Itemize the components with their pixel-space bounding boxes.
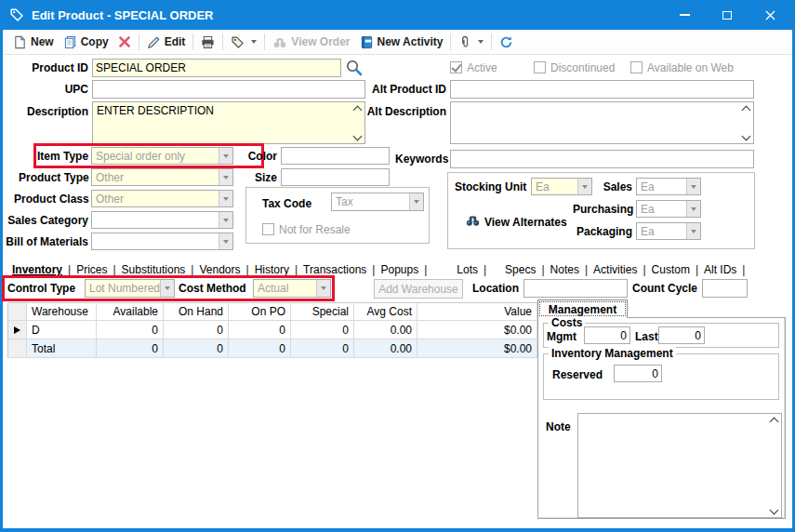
tab-activities[interactable]: Activities: [589, 263, 642, 276]
stocking-unit-select[interactable]: Ea: [531, 178, 592, 195]
keywords-field[interactable]: [450, 150, 754, 168]
printer-icon: [201, 35, 215, 49]
tab-transactions[interactable]: Transactions: [298, 263, 371, 276]
inventory-management-title: Inventory Management: [549, 347, 676, 360]
product-id-field[interactable]: [92, 59, 341, 77]
col-on-po[interactable]: On PO: [229, 303, 291, 321]
attachment-button[interactable]: [454, 31, 488, 53]
tab-alt-ids[interactable]: Alt IDs: [699, 263, 741, 276]
table-row[interactable]: D: [27, 321, 97, 339]
reserved-label: Reserved: [552, 368, 603, 381]
paperclip-icon: [458, 35, 471, 49]
col-available[interactable]: Available: [97, 303, 164, 321]
discontinued-checkbox[interactable]: [534, 61, 546, 73]
cost-method-select[interactable]: Actual: [253, 279, 331, 298]
location-field[interactable]: [523, 279, 628, 298]
size-field[interactable]: [281, 168, 390, 186]
new-activity-button[interactable]: New Activity: [355, 31, 448, 53]
alt-description-textarea[interactable]: [450, 101, 754, 144]
combo-button[interactable]: [160, 280, 174, 297]
chevron-down-icon: [223, 197, 229, 201]
tab-prices[interactable]: Prices: [72, 263, 112, 276]
maximize-button[interactable]: [706, 0, 749, 30]
refresh-button[interactable]: [495, 31, 518, 53]
combo-button[interactable]: [409, 193, 423, 210]
copy-button[interactable]: Copy: [59, 31, 113, 53]
tab-popups[interactable]: Popups: [376, 263, 423, 276]
combo-button[interactable]: [686, 223, 700, 239]
sales-category-select[interactable]: [91, 211, 233, 229]
row-selector[interactable]: [8, 321, 27, 339]
description-textarea[interactable]: ENTER DESCRIPTION: [92, 101, 365, 144]
not-for-resale-checkbox[interactable]: [262, 223, 274, 235]
print-button[interactable]: [196, 31, 219, 53]
product-type-select[interactable]: Other: [91, 168, 233, 186]
combo-button[interactable]: [316, 280, 330, 297]
combo-button[interactable]: [219, 148, 232, 164]
combo-button[interactable]: [219, 169, 232, 185]
view-alternates-link[interactable]: View Alternates: [484, 216, 567, 229]
active-checkbox[interactable]: [450, 61, 462, 73]
last-cost-field[interactable]: [658, 326, 705, 344]
col-on-hand[interactable]: On Hand: [164, 303, 229, 321]
purchasing-unit-select[interactable]: Ea: [636, 200, 701, 218]
col-avg-cost[interactable]: Avg Cost: [354, 303, 417, 321]
col-value[interactable]: Value: [417, 303, 537, 321]
tab-history[interactable]: History: [250, 263, 294, 276]
toolbar-separator: [222, 33, 223, 50]
item-type-select[interactable]: Special order only: [91, 147, 233, 165]
view-order-button[interactable]: View Order: [268, 31, 354, 53]
tax-code-select[interactable]: Tax: [331, 193, 424, 211]
row-selector[interactable]: [8, 339, 27, 358]
combo-button[interactable]: [577, 179, 591, 194]
bill-of-materials-select[interactable]: [91, 233, 233, 250]
last-label: Last: [635, 330, 658, 343]
combo-button[interactable]: [219, 212, 232, 228]
tab-substitutions[interactable]: Substitutions: [117, 263, 191, 276]
alt-product-id-field[interactable]: [450, 80, 754, 99]
edit-button[interactable]: Edit: [142, 31, 191, 53]
combo-button[interactable]: [219, 233, 232, 249]
control-type-select[interactable]: Lot Numbered: [85, 279, 175, 298]
label-button[interactable]: [226, 31, 261, 53]
chevron-down-icon: [691, 185, 696, 189]
combo-button[interactable]: [686, 179, 700, 194]
product-class-select[interactable]: Other: [91, 190, 233, 207]
description-label: Description: [14, 105, 88, 118]
add-warehouse-button[interactable]: Add Warehouse: [374, 279, 463, 299]
tab-inventory[interactable]: Inventory: [7, 263, 67, 276]
color-field[interactable]: [281, 147, 390, 165]
search-icon[interactable]: [345, 59, 363, 76]
col-warehouse[interactable]: Warehouse: [27, 303, 97, 321]
note-textarea[interactable]: [577, 413, 782, 518]
tab-custom[interactable]: Custom: [647, 263, 695, 276]
col-special[interactable]: Special: [291, 303, 354, 321]
reserved-field[interactable]: [614, 365, 662, 382]
sales-unit-label: Sales: [603, 180, 632, 193]
bill-of-materials-label: Bill of Materials: [0, 235, 88, 248]
combo-button[interactable]: [219, 191, 232, 206]
item-type-label: Item Type: [37, 150, 88, 163]
tab-specs[interactable]: Specs: [500, 263, 540, 276]
combo-button[interactable]: [686, 201, 700, 217]
cost-method-label: Cost Method: [179, 282, 246, 295]
mgmt-cost-field[interactable]: [584, 326, 630, 344]
size-label: Size: [247, 171, 277, 184]
tab-lots[interactable]: Lots: [452, 263, 483, 276]
tab-vendors[interactable]: Vendors: [194, 263, 245, 276]
sales-unit-select[interactable]: Ea: [636, 178, 701, 195]
new-button[interactable]: New: [8, 31, 59, 53]
upc-field[interactable]: [92, 80, 365, 99]
delete-button[interactable]: [113, 31, 136, 53]
location-label: Location: [470, 282, 519, 295]
pencil-icon: [147, 35, 161, 49]
packaging-unit-select[interactable]: Ea: [636, 222, 701, 240]
available-on-web-checkbox[interactable]: [630, 61, 643, 73]
tab-notes[interactable]: Notes: [546, 263, 584, 276]
close-button[interactable]: [749, 0, 791, 30]
refresh-icon: [499, 35, 513, 49]
sales-category-label: Sales Category: [5, 214, 88, 227]
minimize-button[interactable]: [663, 0, 706, 30]
tab-management[interactable]: Management: [537, 299, 628, 318]
count-cycle-field[interactable]: [702, 279, 748, 298]
